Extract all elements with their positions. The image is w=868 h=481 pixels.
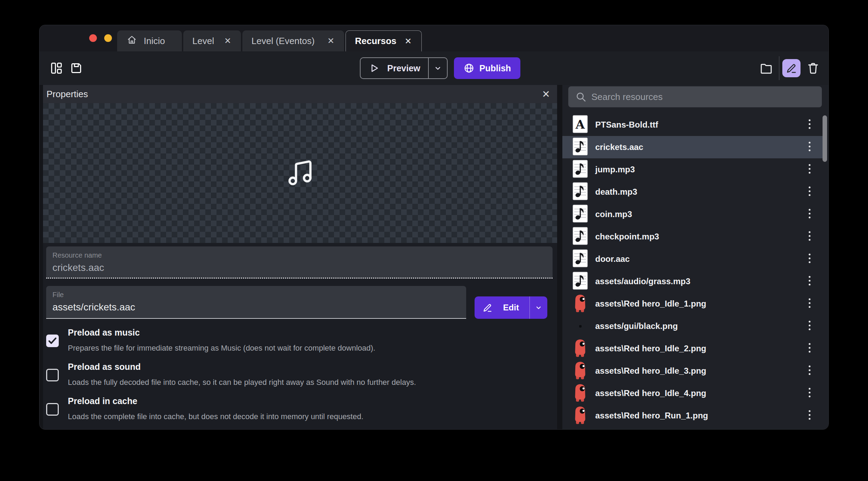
resource-row[interactable]: A <box>562 158 824 181</box>
tab-label: Level <box>192 36 214 46</box>
tab-recursos[interactable]: Recursos ✕ <box>346 30 422 51</box>
preload-sound-checkbox[interactable] <box>46 369 59 381</box>
tab-level-eventos[interactable]: Level (Eventos) ✕ <box>242 30 344 51</box>
preload-sound-option: Preload as sound Loads the fully decoded… <box>46 361 543 393</box>
main-toolbar: Preview Publish <box>40 51 828 85</box>
save-icon[interactable] <box>68 60 85 77</box>
music-note-icon <box>283 156 318 190</box>
pencil-icon <box>785 62 797 74</box>
resource-row[interactable]: A <box>562 382 824 404</box>
minimize-window-button[interactable] <box>104 34 112 42</box>
kebab-menu-icon[interactable] <box>807 252 812 266</box>
resource-name: assets\Red hero_Idle_4.png <box>595 388 706 398</box>
resources-sidebar: A <box>562 85 828 429</box>
tab-level[interactable]: Level ✕ <box>183 30 241 51</box>
kebab-menu-icon[interactable] <box>807 386 812 401</box>
tab-label: Inicio <box>144 36 165 46</box>
kebab-menu-icon[interactable] <box>807 408 812 423</box>
audio-file-icon <box>572 249 588 269</box>
kebab-menu-icon[interactable] <box>807 274 812 289</box>
resource-row[interactable]: A <box>562 136 824 158</box>
kebab-menu-icon[interactable] <box>807 140 812 155</box>
edit-label: Edit <box>493 303 529 313</box>
properties-header: Properties ✕ <box>43 85 557 103</box>
preview-button[interactable]: Preview <box>360 57 448 79</box>
resource-row[interactable]: A <box>562 114 824 136</box>
publish-button[interactable]: Publish <box>454 57 520 79</box>
field-label: File <box>52 291 460 299</box>
resource-name: death.mp3 <box>595 187 637 197</box>
resource-row[interactable]: A <box>562 248 824 270</box>
audio-preview-area <box>43 103 557 243</box>
pencil-icon <box>482 302 493 313</box>
tab-label: Level (Eventos) <box>251 36 315 46</box>
trash-icon[interactable] <box>805 60 821 77</box>
properties-panel: Properties ✕ Resource name crickets.aac … <box>43 85 557 429</box>
play-icon <box>369 63 379 73</box>
kebab-menu-icon[interactable] <box>807 319 812 333</box>
edit-file-button[interactable]: Edit <box>475 296 547 319</box>
resource-row[interactable]: A <box>562 181 824 203</box>
red-hero-sprite-icon <box>573 361 587 381</box>
resource-row[interactable]: A <box>562 360 824 382</box>
close-panel-icon[interactable]: ✕ <box>539 88 553 101</box>
search-box[interactable] <box>568 86 822 107</box>
audio-file-icon <box>572 160 588 179</box>
file-field[interactable]: File assets/crickets.aac <box>46 286 466 319</box>
preload-music-option: Preload as music Prepares the file for i… <box>46 327 543 359</box>
red-hero-sprite-icon <box>573 339 587 358</box>
kebab-menu-icon[interactable] <box>807 162 812 177</box>
close-window-button[interactable] <box>89 34 97 42</box>
resource-name-field[interactable]: Resource name crickets.aac <box>46 246 553 279</box>
preload-cache-checkbox[interactable] <box>46 403 59 416</box>
globe-icon <box>463 63 475 74</box>
checkbox-description: Loads the fully decoded file into cache,… <box>68 378 416 387</box>
resource-row[interactable]: A <box>562 203 824 225</box>
app-window: Inicio Level ✕ Level (Eventos) ✕ Recurso… <box>40 25 828 429</box>
resource-name: assets\Red hero_Idle_1.png <box>595 299 706 309</box>
close-tab-icon[interactable]: ✕ <box>223 36 232 46</box>
field-value: assets/crickets.aac <box>52 302 460 313</box>
panels-layout-icon[interactable] <box>48 60 65 77</box>
audio-file-icon <box>572 137 588 157</box>
kebab-menu-icon[interactable] <box>807 117 812 132</box>
edit-mode-button[interactable] <box>782 59 801 77</box>
resource-name: checkpoint.mp3 <box>595 232 659 242</box>
audio-file-icon <box>572 182 588 202</box>
kebab-menu-icon[interactable] <box>807 229 812 244</box>
checkbox-label: Preload as sound <box>68 362 141 372</box>
kebab-menu-icon[interactable] <box>807 207 812 222</box>
resource-row[interactable]: A <box>562 315 824 337</box>
edit-dropdown-button[interactable] <box>530 303 547 312</box>
tab-inicio[interactable]: Inicio <box>117 30 182 51</box>
search-input[interactable] <box>591 92 822 102</box>
resource-row[interactable]: A <box>562 404 824 427</box>
close-tab-icon[interactable]: ✕ <box>404 36 412 46</box>
red-hero-sprite-icon <box>573 294 587 314</box>
home-icon <box>126 34 137 48</box>
kebab-menu-icon[interactable] <box>807 185 812 199</box>
resource-row[interactable]: A <box>562 270 824 293</box>
svg-text:A: A <box>575 117 585 131</box>
audio-file-icon <box>572 204 588 224</box>
publish-label: Publish <box>479 63 511 73</box>
audio-file-icon <box>572 227 588 246</box>
scrollbar-thumb[interactable] <box>823 115 827 162</box>
kebab-menu-icon[interactable] <box>807 341 812 356</box>
resource-row[interactable]: A <box>562 337 824 360</box>
kebab-menu-icon[interactable] <box>807 364 812 378</box>
resource-row[interactable]: A <box>562 293 824 315</box>
close-tab-icon[interactable]: ✕ <box>327 36 335 46</box>
resource-name: assets\Red hero_Run_1.png <box>595 411 708 421</box>
resource-row[interactable]: A <box>562 225 824 248</box>
search-icon <box>575 91 586 102</box>
preload-music-checkbox[interactable] <box>46 335 59 347</box>
preview-dropdown-button[interactable] <box>429 64 447 73</box>
kebab-menu-icon[interactable] <box>807 296 812 311</box>
titlebar: Inicio Level ✕ Level (Eventos) ✕ Recurso… <box>40 25 828 51</box>
checkbox-description: Prepares the file for immediate streamin… <box>68 344 375 353</box>
audio-file-icon <box>572 272 588 291</box>
resource-name: assets/gui/black.png <box>595 321 678 331</box>
resource-name: jump.mp3 <box>595 165 635 174</box>
open-folder-icon[interactable] <box>758 60 775 77</box>
